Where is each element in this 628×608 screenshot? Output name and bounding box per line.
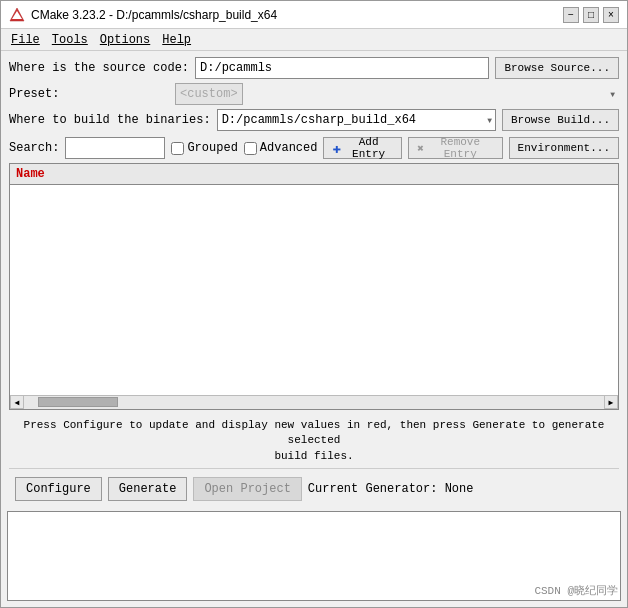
table-body <box>10 185 618 378</box>
bottom-toolbar: Configure Generate Open Project Current … <box>9 473 619 505</box>
menu-options[interactable]: Options <box>94 31 156 49</box>
horizontal-scrollbar[interactable]: ◀ ▶ <box>10 395 618 409</box>
scrollbar-thumb[interactable] <box>38 397 118 407</box>
build-select[interactable]: D:/pcammls/csharp_build_x64 <box>217 109 496 131</box>
log-area <box>7 511 621 601</box>
source-input[interactable] <box>195 57 489 79</box>
grouped-checkbox[interactable] <box>171 142 184 155</box>
source-label: Where is the source code: <box>9 61 189 75</box>
grouped-checkbox-label[interactable]: Grouped <box>171 141 237 155</box>
close-button[interactable]: × <box>603 7 619 23</box>
build-label: Where to build the binaries: <box>9 113 211 127</box>
remove-entry-label: Remove Entry <box>427 136 494 160</box>
scrollbar-track[interactable] <box>38 397 590 407</box>
toolbar-row: Search: Grouped Advanced ✚ Add Entry ✖ R… <box>9 137 619 159</box>
table-header: Name <box>10 164 618 185</box>
status-text: Press Configure to update and display ne… <box>9 414 619 469</box>
build-select-wrapper: D:/pcammls/csharp_build_x64 <box>217 109 496 131</box>
watermark: CSDN @晓纪同学 <box>534 583 618 598</box>
remove-entry-button[interactable]: ✖ Remove Entry <box>408 137 502 159</box>
search-label: Search: <box>9 141 59 155</box>
advanced-checkbox[interactable] <box>244 142 257 155</box>
advanced-checkbox-label[interactable]: Advanced <box>244 141 318 155</box>
menu-tools[interactable]: Tools <box>46 31 94 49</box>
name-column-header: Name <box>16 167 45 181</box>
grouped-label: Grouped <box>187 141 237 155</box>
title-bar: CMake 3.23.2 - D:/pcammls/csharp_build_x… <box>1 1 627 29</box>
menu-help[interactable]: Help <box>156 31 197 49</box>
source-row: Where is the source code: Browse Source.… <box>9 57 619 79</box>
environment-button[interactable]: Environment... <box>509 137 619 159</box>
advanced-label: Advanced <box>260 141 318 155</box>
configure-button[interactable]: Configure <box>15 477 102 501</box>
table-area: Name ◀ ▶ <box>9 163 619 410</box>
build-row: Where to build the binaries: D:/pcammls/… <box>9 109 619 131</box>
window-title: CMake 3.23.2 - D:/pcammls/csharp_build_x… <box>31 8 277 22</box>
preset-label: Preset: <box>9 87 169 101</box>
content-area: Where is the source code: Browse Source.… <box>1 51 627 511</box>
maximize-button[interactable]: □ <box>583 7 599 23</box>
preset-row: Preset: <custom> <box>9 83 619 105</box>
generate-button[interactable]: Generate <box>108 477 188 501</box>
search-input[interactable] <box>65 137 165 159</box>
remove-icon: ✖ <box>417 142 424 155</box>
scroll-left-arrow[interactable]: ◀ <box>10 395 24 409</box>
menu-bar: File Tools Options Help <box>1 29 627 51</box>
preset-select[interactable]: <custom> <box>175 83 243 105</box>
scroll-right-arrow[interactable]: ▶ <box>604 395 618 409</box>
minimize-button[interactable]: − <box>563 7 579 23</box>
add-icon: ✚ <box>332 140 340 157</box>
preset-select-wrapper: <custom> <box>175 83 619 105</box>
menu-file[interactable]: File <box>5 31 46 49</box>
generator-text: Current Generator: None <box>308 482 474 496</box>
window-controls: − □ × <box>563 7 619 23</box>
status-message: Press Configure to update and display ne… <box>24 419 605 462</box>
browse-source-button[interactable]: Browse Source... <box>495 57 619 79</box>
add-entry-button[interactable]: ✚ Add Entry <box>323 137 402 159</box>
browse-build-button[interactable]: Browse Build... <box>502 109 619 131</box>
add-entry-label: Add Entry <box>344 136 393 160</box>
open-project-button[interactable]: Open Project <box>193 477 301 501</box>
cmake-icon <box>9 7 25 23</box>
